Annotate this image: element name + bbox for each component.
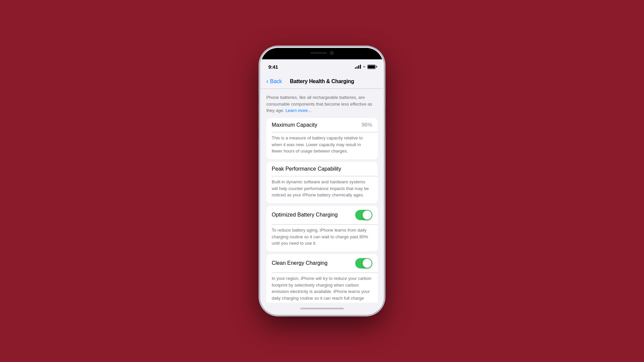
- maximum-capacity-row: Maximum Capacity 96%: [266, 118, 378, 132]
- home-indicator: [261, 303, 383, 314]
- clean-energy-label: Clean Energy Charging: [272, 260, 327, 266]
- optimized-charging-card: Optimized Battery Charging To reduce bat…: [266, 206, 378, 251]
- intro-learn-more-link[interactable]: Learn more...: [285, 108, 311, 113]
- notch-area: [261, 48, 383, 59]
- speaker: [310, 52, 327, 54]
- notch: [300, 48, 344, 58]
- optimized-charging-label: Optimized Battery Charging: [272, 212, 338, 218]
- clean-energy-learn-more-link[interactable]: Learn More...: [320, 302, 346, 303]
- status-bar: 9:41 ≈: [261, 59, 383, 74]
- home-bar: [300, 308, 344, 309]
- camera: [330, 51, 334, 55]
- optimized-charging-row: Optimized Battery Charging: [266, 206, 378, 224]
- back-chevron-icon: ‹: [266, 78, 268, 85]
- peak-performance-card: Peak Performance Capability Built-in dyn…: [266, 162, 378, 203]
- phone-screen: 9:41 ≈ ‹ Back Battery Health & Char: [261, 48, 383, 314]
- battery-fill: [368, 65, 375, 68]
- clean-energy-toggle-thumb: [363, 259, 372, 268]
- maximum-capacity-card: Maximum Capacity 96% This is a measure o…: [266, 118, 378, 159]
- status-icons: ≈: [355, 64, 376, 69]
- optimized-charging-description: To reduce battery aging, iPhone learns f…: [266, 224, 378, 251]
- content-area: Phone batteries, like all rechargeable b…: [261, 89, 383, 303]
- signal-bars-icon: [355, 65, 361, 69]
- clean-energy-card: Clean Energy Charging In your region, iP…: [266, 254, 378, 303]
- maximum-capacity-description: This is a measure of battery capacity re…: [266, 132, 378, 159]
- peak-performance-label: Peak Performance Capability: [272, 166, 341, 172]
- clean-energy-description: In your region, iPhone will try to reduc…: [266, 273, 378, 303]
- clean-energy-row: Clean Energy Charging: [266, 254, 378, 273]
- intro-text: Phone batteries, like all rechargeable b…: [261, 89, 383, 118]
- status-time: 9:41: [268, 64, 278, 70]
- back-label: Back: [270, 78, 282, 84]
- nav-bar: ‹ Back Battery Health & Charging: [261, 74, 383, 89]
- phone-device: 9:41 ≈ ‹ Back Battery Health & Char: [260, 47, 384, 315]
- maximum-capacity-value: 96%: [362, 122, 372, 128]
- peak-performance-description: Built-in dynamic software and hardware s…: [266, 176, 378, 203]
- peak-performance-row: Peak Performance Capability: [266, 162, 378, 176]
- wifi-icon: ≈: [363, 64, 365, 69]
- optimized-charging-toggle-thumb: [363, 210, 372, 220]
- back-button[interactable]: ‹ Back: [266, 78, 282, 85]
- maximum-capacity-label: Maximum Capacity: [272, 122, 317, 128]
- optimized-charging-toggle[interactable]: [355, 210, 372, 220]
- nav-title: Battery Health & Charging: [290, 78, 354, 84]
- battery-icon: [367, 65, 376, 69]
- clean-energy-toggle[interactable]: [355, 258, 372, 268]
